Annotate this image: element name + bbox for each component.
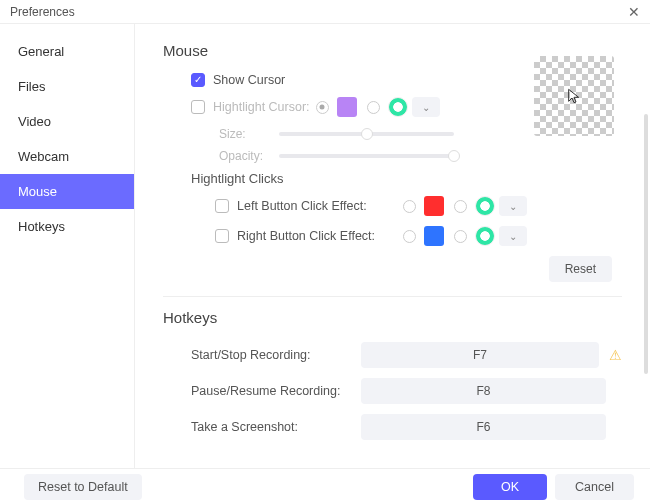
left-click-effect-row: Left Button Click Effect: ⌄ <box>163 196 622 216</box>
opacity-slider-row: Opacity: <box>219 149 622 163</box>
sidebar-item-label: General <box>18 44 64 59</box>
highlight-ring-radio[interactable] <box>367 101 380 114</box>
sidebar-item-files[interactable]: Files <box>0 69 134 104</box>
hotkey-row-pause: Pause/Resume Recording: F8 <box>163 378 622 404</box>
opacity-label: Opacity: <box>219 149 279 163</box>
highlight-style-dropdown[interactable]: ⌄ <box>412 97 440 117</box>
divider <box>163 296 622 297</box>
hotkey-label: Start/Stop Recording: <box>191 348 361 362</box>
sidebar-item-video[interactable]: Video <box>0 104 134 139</box>
chevron-down-icon: ⌄ <box>509 201 517 212</box>
section-title-hotkeys: Hotkeys <box>163 309 622 326</box>
hotkey-field-screenshot[interactable]: F6 <box>361 414 606 440</box>
reset-default-button[interactable]: Reset to Default <box>24 474 142 500</box>
hotkey-label: Pause/Resume Recording: <box>191 384 361 398</box>
cursor-arrow-icon <box>566 88 582 104</box>
highlight-color-radio[interactable] <box>316 101 329 114</box>
warning-icon: ⚠ <box>609 347 622 363</box>
cursor-preview <box>534 56 614 136</box>
left-color-radio[interactable] <box>403 200 416 213</box>
ring-icon <box>388 97 408 117</box>
highlight-color-swatch[interactable] <box>337 97 357 117</box>
reset-button[interactable]: Reset <box>549 256 612 282</box>
sidebar-item-label: Hotkeys <box>18 219 65 234</box>
highlight-clicks-heading: Hightlight Clicks <box>163 171 622 186</box>
left-style-dropdown[interactable]: ⌄ <box>499 196 527 216</box>
ring-icon <box>475 196 495 216</box>
hotkey-field-startstop[interactable]: F7 <box>361 342 599 368</box>
right-color-radio[interactable] <box>403 230 416 243</box>
content-panel: Mouse Show Cursor Hightlight Cursor: ⌄ <box>135 24 650 468</box>
sidebar-item-label: Files <box>18 79 45 94</box>
size-slider-thumb[interactable] <box>361 128 373 140</box>
scrollbar[interactable] <box>644 114 648 374</box>
left-effect-checkbox[interactable] <box>215 199 229 213</box>
ring-icon <box>475 226 495 246</box>
ok-button[interactable]: OK <box>473 474 547 500</box>
size-label: Size: <box>219 127 279 141</box>
left-color-swatch[interactable] <box>424 196 444 216</box>
left-effect-label: Left Button Click Effect: <box>237 199 397 213</box>
hotkey-field-pause[interactable]: F8 <box>361 378 606 404</box>
right-click-effect-row: Right Button Click Effect: ⌄ <box>163 226 622 246</box>
highlight-cursor-label: Hightlight Cursor: <box>213 100 310 114</box>
titlebar: Preferences ✕ <box>0 0 650 24</box>
chevron-down-icon: ⌄ <box>509 231 517 242</box>
sidebar-item-label: Webcam <box>18 149 69 164</box>
chevron-down-icon: ⌄ <box>422 102 430 113</box>
right-effect-label: Right Button Click Effect: <box>237 229 397 243</box>
window-title: Preferences <box>10 5 75 19</box>
right-color-swatch[interactable] <box>424 226 444 246</box>
show-cursor-label: Show Cursor <box>213 73 285 87</box>
right-ring-radio[interactable] <box>454 230 467 243</box>
hotkey-row-screenshot: Take a Screenshot: F6 <box>163 414 622 440</box>
sidebar-item-mouse[interactable]: Mouse <box>0 174 134 209</box>
size-slider[interactable] <box>279 132 454 136</box>
sidebar: General Files Video Webcam Mouse Hotkeys <box>0 24 135 468</box>
right-effect-checkbox[interactable] <box>215 229 229 243</box>
sidebar-item-general[interactable]: General <box>0 34 134 69</box>
sidebar-item-label: Mouse <box>18 184 57 199</box>
hotkey-row-startstop: Start/Stop Recording: F7 ⚠ <box>163 342 622 368</box>
opacity-slider-thumb[interactable] <box>448 150 460 162</box>
hotkey-label: Take a Screenshot: <box>191 420 361 434</box>
highlight-cursor-checkbox[interactable] <box>191 100 205 114</box>
footer: Reset to Default OK Cancel <box>0 468 650 504</box>
close-icon[interactable]: ✕ <box>628 4 640 20</box>
sidebar-item-hotkeys[interactable]: Hotkeys <box>0 209 134 244</box>
cancel-button[interactable]: Cancel <box>555 474 634 500</box>
right-style-dropdown[interactable]: ⌄ <box>499 226 527 246</box>
left-ring-radio[interactable] <box>454 200 467 213</box>
show-cursor-checkbox[interactable] <box>191 73 205 87</box>
sidebar-item-label: Video <box>18 114 51 129</box>
opacity-slider[interactable] <box>279 154 454 158</box>
sidebar-item-webcam[interactable]: Webcam <box>0 139 134 174</box>
